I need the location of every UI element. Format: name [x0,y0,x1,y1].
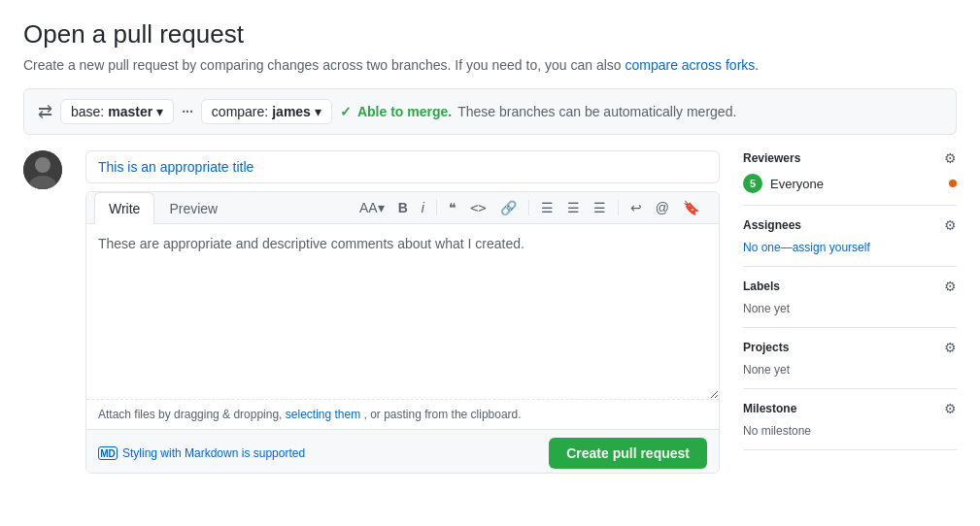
assignees-value[interactable]: No one—assign yourself [743,241,957,254]
compare-label: compare: [212,104,268,119]
compare-branch-dropdown-icon: ▾ [315,104,321,119]
attach-text: Attach files by dragging & dropping, [98,408,282,421]
reviewer-item: 5 Everyone [743,174,957,193]
compare-branch-select[interactable]: compare: james ▾ [201,99,332,124]
labels-value: None yet [743,302,957,315]
editor-footer: MD Styling with Markdown is supported Cr… [86,429,719,473]
editor-tab-bar: Write Preview AA▾ B i ❝ <> 🔗 ☰ ☰ ☰ ↩ @ [86,192,719,224]
base-branch-select[interactable]: base: master ▾ [60,99,174,124]
milestone-section: Milestone ⚙ No milestone [743,389,957,450]
user-avatar-col [23,150,62,189]
projects-header: Projects ⚙ [743,340,957,355]
svg-point-1 [35,157,51,173]
italic-button[interactable]: i [418,198,428,217]
toolbar-divider-3 [618,200,619,215]
subtitle-text: Create a new pull request by comparing c… [23,57,622,73]
markdown-icon: MD [98,446,118,460]
projects-value: None yet [743,363,957,377]
assignees-title: Assignees [743,218,801,232]
reply-button[interactable]: ↩ [626,198,646,217]
toolbar-divider-1 [436,200,437,215]
reviewers-gear-icon[interactable]: ⚙ [944,150,957,166]
reviewers-header: Reviewers ⚙ [743,150,957,166]
create-pull-request-button[interactable]: Create pull request [549,438,707,469]
attach-bar: Attach files by dragging & dropping, sel… [86,399,719,429]
mention-button[interactable]: @ [652,198,673,217]
editor-column: Write Preview AA▾ B i ❝ <> 🔗 ☰ ☰ ☰ ↩ @ [85,150,720,474]
pr-title-input[interactable] [85,150,720,183]
markdown-badge[interactable]: MD Styling with Markdown is supported [98,446,305,460]
merge-check-icon: ✓ [340,104,352,119]
page-title: Open a pull request [23,19,957,49]
projects-title: Projects [743,341,789,354]
bold-button[interactable]: B [394,198,412,217]
editor-toolbar: AA▾ B i ❝ <> 🔗 ☰ ☰ ☰ ↩ @ 🔖 [348,192,711,223]
tab-write[interactable]: Write [94,192,154,224]
assignees-section: Assignees ⚙ No one—assign yourself [743,206,957,267]
merge-description: These branches can be automatically merg… [457,104,736,119]
projects-section: Projects ⚙ None yet [743,328,957,389]
reviewer-avatar: 5 [743,174,762,193]
labels-title: Labels [743,279,780,293]
milestone-header: Milestone ⚙ [743,401,957,416]
attach-text2: , or pasting from the clipboard. [364,408,522,421]
milestone-value: No milestone [743,424,957,438]
ordered-list-button[interactable]: ☰ [563,198,584,217]
labels-header: Labels ⚙ [743,279,957,294]
compare-branch-name: james [272,104,311,119]
reviewers-title: Reviewers [743,151,800,165]
branch-dots: ··· [182,104,193,119]
assignees-gear-icon[interactable]: ⚙ [944,217,957,233]
labels-section: Labels ⚙ None yet [743,267,957,328]
reviewer-status-dot [949,180,957,187]
attach-select-link[interactable]: selecting them [286,408,360,421]
toolbar-divider-2 [528,200,529,215]
sidebar: Reviewers ⚙ 5 Everyone Assignees ⚙ No on… [743,150,957,450]
avatar-image [23,150,62,189]
heading-button[interactable]: AA▾ [355,198,389,217]
unordered-list-button[interactable]: ☰ [537,198,558,217]
milestone-gear-icon[interactable]: ⚙ [944,401,957,416]
editor-box: Write Preview AA▾ B i ❝ <> 🔗 ☰ ☰ ☰ ↩ @ [85,191,720,474]
markdown-label: Styling with Markdown is supported [122,446,305,460]
projects-gear-icon[interactable]: ⚙ [944,340,957,355]
pr-body-textarea[interactable] [86,224,719,399]
branch-bar: ⇄ base: master ▾ ··· compare: james ▾ ✓ … [23,88,957,135]
saved-reply-button[interactable]: 🔖 [679,198,703,217]
tab-preview[interactable]: Preview [154,192,232,224]
link-button[interactable]: 🔗 [496,198,521,217]
compare-forks-link[interactable]: compare across forks. [625,57,759,73]
labels-gear-icon[interactable]: ⚙ [944,279,957,294]
code-button[interactable]: <> [466,198,490,217]
base-label: base: [71,104,104,119]
quote-button[interactable]: ❝ [445,198,460,217]
main-content: Write Preview AA▾ B i ❝ <> 🔗 ☰ ☰ ☰ ↩ @ [23,150,957,474]
branch-compare-icon: ⇄ [38,101,52,122]
assignees-header: Assignees ⚙ [743,217,957,233]
base-branch-name: master [108,104,152,119]
milestone-title: Milestone [743,402,796,415]
avatar [23,150,62,189]
reviewer-name: Everyone [770,177,824,191]
reviewers-section: Reviewers ⚙ 5 Everyone [743,150,957,206]
base-branch-dropdown-icon: ▾ [156,104,163,119]
task-list-button[interactable]: ☰ [590,198,610,217]
page-subtitle: Create a new pull request by comparing c… [23,57,957,73]
merge-able-text: Able to merge. [357,104,452,119]
merge-status: ✓ Able to merge. These branches can be a… [340,104,736,119]
